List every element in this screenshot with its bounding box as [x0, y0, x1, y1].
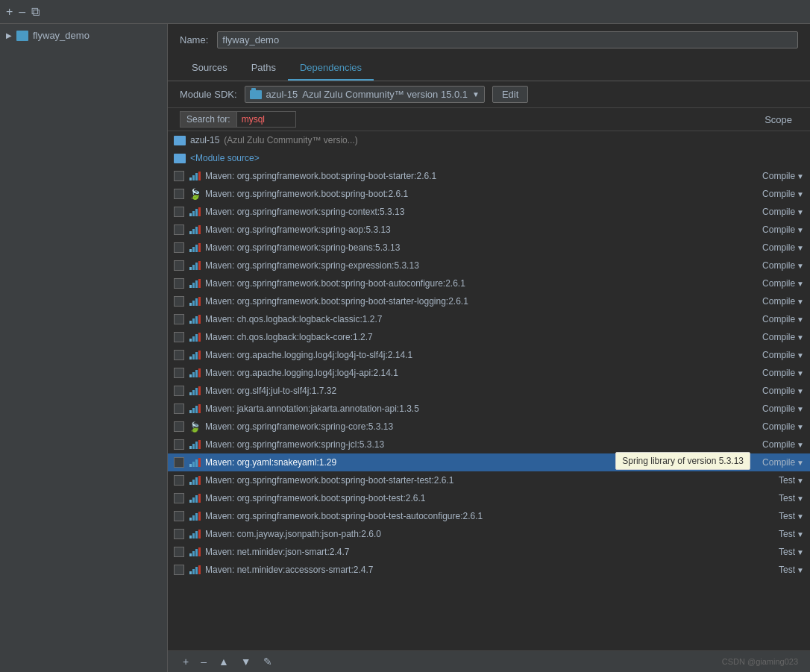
- remove-dep-button[interactable]: –: [198, 654, 210, 669]
- toolbar-row: Module SDK: azul-15 Azul Zulu Community™…: [168, 81, 810, 108]
- dep-row-3[interactable]: Maven: org.springframework:spring-aop:5.…: [168, 221, 810, 239]
- dep-checkbox-0[interactable]: [174, 171, 184, 181]
- dep-icon-0: [189, 172, 201, 180]
- dep-checkbox-12[interactable]: [174, 386, 184, 396]
- dep-row-8[interactable]: Maven: ch.qos.logback:logback-classic:1.…: [168, 310, 810, 328]
- dep-row-2[interactable]: Maven: org.springframework:spring-contex…: [168, 203, 810, 221]
- dep-row-18[interactable]: Maven: org.springframework.boot:spring-b…: [168, 489, 810, 507]
- dep-row-6[interactable]: Maven: org.springframework.boot:spring-b…: [168, 274, 810, 292]
- dep-scope-8[interactable]: Compile ▼: [762, 314, 804, 324]
- edit-button[interactable]: Edit: [492, 86, 528, 103]
- dep-checkbox-18[interactable]: [174, 493, 184, 503]
- dep-name-1: Maven: org.springframework.boot:spring-b…: [205, 189, 758, 199]
- dep-row-17[interactable]: Maven: org.springframework.boot:spring-b…: [168, 471, 810, 489]
- dep-scope-1[interactable]: Compile ▼: [762, 189, 804, 199]
- dep-scope-4[interactable]: Compile ▼: [762, 242, 804, 253]
- dep-checkbox-13[interactable]: [174, 403, 184, 414]
- dep-row-9[interactable]: Maven: ch.qos.logback:logback-core:1.2.7…: [168, 328, 810, 346]
- dep-checkbox-5[interactable]: [174, 260, 184, 271]
- dep-checkbox-8[interactable]: [174, 314, 184, 324]
- dep-checkbox-10[interactable]: [174, 350, 184, 360]
- dep-checkbox-3[interactable]: [174, 224, 184, 235]
- dep-checkbox-15[interactable]: [174, 439, 184, 450]
- dep-scope-15[interactable]: Compile ▼: [762, 439, 804, 450]
- dep-scope-7[interactable]: Compile ▼: [762, 296, 804, 307]
- dep-icon-14: 🍃: [189, 421, 201, 432]
- dep-checkbox-9[interactable]: [174, 332, 184, 342]
- dep-checkbox-20[interactable]: [174, 529, 184, 539]
- name-row: Name:: [168, 24, 810, 56]
- dep-scope-2[interactable]: Compile ▼: [762, 207, 804, 217]
- dep-row-19[interactable]: Maven: org.springframework.boot:spring-b…: [168, 507, 810, 525]
- dep-scope-18[interactable]: Test ▼: [779, 493, 804, 503]
- tab-sources[interactable]: Sources: [180, 56, 239, 81]
- dep-scope-20[interactable]: Test ▼: [779, 529, 804, 539]
- dep-checkbox-2[interactable]: [174, 207, 184, 217]
- dep-row-22[interactable]: Maven: net.minidev:accessors-smart:2.4.7…: [168, 561, 810, 579]
- edit-dep-button[interactable]: ✎: [260, 654, 275, 669]
- dep-scope-5[interactable]: Compile ▼: [762, 260, 804, 271]
- add-button[interactable]: +: [6, 6, 13, 18]
- dep-row-4[interactable]: Maven: org.springframework:spring-beans:…: [168, 239, 810, 257]
- name-label: Name:: [180, 34, 208, 45]
- dep-icon-20: [189, 530, 201, 538]
- dep-icon-17: [189, 476, 201, 485]
- title-bar: + – ⧉: [0, 0, 810, 24]
- dep-scope-22[interactable]: Test ▼: [779, 565, 804, 575]
- add-dep-button[interactable]: +: [180, 654, 192, 669]
- dep-name-10: Maven: org.apache.logging.log4j:log4j-to…: [205, 350, 758, 360]
- tab-dependencies[interactable]: Dependencies: [288, 56, 374, 81]
- move-up-button[interactable]: ▲: [216, 654, 232, 669]
- dep-scope-11[interactable]: Compile ▼: [762, 368, 804, 378]
- dep-name-17: Maven: org.springframework.boot:spring-b…: [205, 475, 774, 486]
- dep-checkbox-14[interactable]: [174, 421, 184, 432]
- dep-scope-19[interactable]: Test ▼: [779, 511, 804, 521]
- dep-checkbox-6[interactable]: [174, 278, 184, 289]
- dep-checkbox-11[interactable]: [174, 368, 184, 378]
- dep-scope-6[interactable]: Compile ▼: [762, 278, 804, 289]
- dep-scope-0[interactable]: Compile ▼: [762, 171, 804, 181]
- dep-row-5[interactable]: Maven: org.springframework:spring-expres…: [168, 257, 810, 274]
- dep-scope-14[interactable]: Compile ▼: [762, 421, 804, 432]
- dep-icon-13: [189, 404, 201, 413]
- dep-row-13[interactable]: Maven: jakarta.annotation:jakarta.annota…: [168, 400, 810, 418]
- dep-scope-9[interactable]: Compile ▼: [762, 332, 804, 342]
- sidebar-item-flyway-demo[interactable]: ▶ flyway_demo: [0, 27, 167, 44]
- dep-row-16[interactable]: Maven: org.yaml:snakeyaml:1.29 Compile ▼…: [168, 453, 810, 471]
- move-down-button[interactable]: ▼: [238, 654, 254, 669]
- dep-checkbox-21[interactable]: [174, 547, 184, 557]
- dep-row-7[interactable]: Maven: org.springframework.boot:spring-b…: [168, 292, 810, 310]
- dep-checkbox-17[interactable]: [174, 475, 184, 486]
- dep-scope-13[interactable]: Compile ▼: [762, 403, 804, 414]
- minimize-button[interactable]: –: [19, 6, 25, 18]
- sdk-selector[interactable]: azul-15 Azul Zulu Community™ version 15.…: [245, 86, 485, 103]
- dep-row-14[interactable]: 🍃 Maven: org.springframework:spring-core…: [168, 418, 810, 436]
- dep-row-11[interactable]: Maven: org.apache.logging.log4j:log4j-ap…: [168, 364, 810, 382]
- dep-row-21[interactable]: Maven: net.minidev:json-smart:2.4.7 Test…: [168, 543, 810, 561]
- dep-scope-21[interactable]: Test ▼: [779, 547, 804, 557]
- dep-icon-16: [189, 458, 201, 467]
- dep-row-10[interactable]: Maven: org.apache.logging.log4j:log4j-to…: [168, 346, 810, 364]
- dep-checkbox-1[interactable]: [174, 189, 184, 199]
- dep-row-1[interactable]: 🍃 Maven: org.springframework.boot:spring…: [168, 185, 810, 203]
- dep-checkbox-4[interactable]: [174, 242, 184, 253]
- dep-row-15[interactable]: Maven: org.springframework:spring-jcl:5.…: [168, 436, 810, 453]
- name-input[interactable]: [217, 31, 798, 48]
- dep-scope-10[interactable]: Compile ▼: [762, 350, 804, 360]
- dep-list-wrapper: azul-15 (Azul Zulu Community™ versio...)…: [168, 131, 810, 650]
- dep-checkbox-7[interactable]: [174, 296, 184, 307]
- dep-row-20[interactable]: Maven: com.jayway.jsonpath:json-path:2.6…: [168, 525, 810, 543]
- dep-scope-17[interactable]: Test ▼: [779, 475, 804, 486]
- search-input[interactable]: [236, 111, 296, 128]
- dep-row-0[interactable]: Maven: org.springframework.boot:spring-b…: [168, 167, 810, 185]
- dep-scope-12[interactable]: Compile ▼: [762, 386, 804, 396]
- dep-scope-3[interactable]: Compile ▼: [762, 224, 804, 235]
- dep-checkbox-19[interactable]: [174, 511, 184, 521]
- dep-icon-12: [189, 386, 201, 395]
- tab-paths[interactable]: Paths: [239, 56, 288, 81]
- dep-scope-16[interactable]: Compile ▼: [762, 457, 804, 468]
- dep-checkbox-22[interactable]: [174, 565, 184, 575]
- dep-row-12[interactable]: Maven: org.slf4j:jul-to-slf4j:1.7.32 Com…: [168, 382, 810, 400]
- window-button[interactable]: ⧉: [31, 6, 40, 18]
- dep-checkbox-16[interactable]: [174, 457, 184, 468]
